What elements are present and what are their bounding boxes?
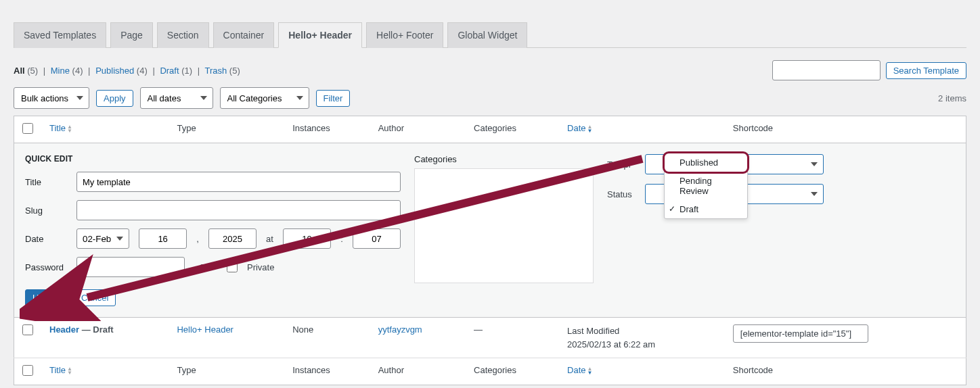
row-date: Last Modified2025/02/13 at 6:22 am — [559, 318, 725, 358]
qe-date-label: Date — [25, 234, 67, 244]
tab-page[interactable]: Page — [110, 22, 153, 48]
row-instances: None — [284, 318, 370, 358]
tab-hello-header[interactable]: Hello+ Header — [278, 22, 362, 48]
qe-password-input[interactable] — [76, 257, 185, 277]
qe-slug-label: Slug — [25, 205, 67, 216]
qe-title-input[interactable] — [76, 172, 401, 192]
qe-categories-box[interactable] — [414, 168, 594, 283]
qe-hour-input[interactable] — [283, 228, 331, 249]
templates-table: Title▲▼ Type Instances Author Categories… — [14, 116, 966, 385]
view-mine[interactable]: Mine — [51, 66, 70, 76]
col-title[interactable]: Title▲▼ — [41, 116, 169, 143]
row-type-link[interactable]: Hello+ Header — [177, 324, 233, 335]
col-date[interactable]: Date▲▼ — [559, 116, 725, 143]
sort-icon: ▲▼ — [587, 125, 593, 133]
qe-slug-input[interactable] — [76, 200, 401, 220]
qe-categories-label: Categories — [414, 154, 594, 164]
cancel-button[interactable]: Cancel — [74, 289, 116, 306]
search-input[interactable] — [772, 60, 881, 80]
sort-icon: ▲▼ — [587, 367, 593, 375]
status-option-published[interactable]: Published — [665, 153, 747, 172]
check-icon: ✓ — [669, 204, 675, 214]
view-draft[interactable]: Draft — [160, 66, 179, 76]
row-author-link[interactable]: yytfayzvgm — [378, 324, 422, 335]
qe-or-label: –OR– — [194, 262, 217, 272]
qe-private-checkbox[interactable] — [227, 262, 238, 272]
qe-minute-input[interactable] — [353, 228, 401, 249]
quick-edit-row: QUICK EDIT Title Slug Date — [14, 143, 966, 318]
qe-year-input[interactable] — [208, 228, 257, 249]
col-instances: Instances — [284, 116, 370, 143]
quick-edit-heading: QUICK EDIT — [25, 154, 401, 164]
sort-icon: ▲▼ — [67, 125, 72, 133]
qe-at-label: at — [266, 234, 273, 244]
qe-month-select[interactable]: 02-Feb — [76, 228, 129, 249]
qe-template-label: Templ — [607, 160, 637, 170]
col-type: Type — [169, 116, 284, 143]
col-categories: Categories — [466, 116, 559, 143]
view-published[interactable]: Published — [95, 66, 134, 76]
col-date-footer[interactable]: Date▲▼ — [559, 358, 725, 385]
tab-global-widget[interactable]: Global Widget — [447, 22, 527, 48]
apply-button[interactable]: Apply — [96, 90, 133, 107]
row-checkbox[interactable] — [22, 324, 33, 335]
status-option-draft[interactable]: ✓Draft — [665, 200, 747, 218]
view-filters: All (5) | Mine (4) | Published (4) | Dra… — [14, 66, 240, 76]
qe-status-label: Status — [607, 189, 637, 199]
row-title-link[interactable]: Header — [49, 324, 79, 335]
view-trash[interactable]: Trash — [204, 66, 227, 76]
tabs-bar: Saved Templates Page Section Container H… — [14, 22, 966, 48]
update-button[interactable]: Update — [25, 289, 68, 306]
select-all-footer-checkbox[interactable] — [22, 365, 33, 376]
row-state: — Draft — [82, 324, 114, 335]
items-count: 2 items — [938, 93, 966, 103]
qe-password-label: Password — [25, 262, 67, 272]
bulk-actions-select[interactable]: Bulk actions — [14, 87, 89, 109]
col-shortcode: Shortcode — [725, 116, 966, 143]
status-dropdown: Published Pending Review ✓Draft — [664, 153, 748, 219]
view-all[interactable]: All — [14, 66, 25, 76]
table-row: Header — Draft Hello+ Header None yytfay… — [14, 318, 966, 358]
dates-select[interactable]: All dates — [140, 87, 213, 109]
col-title-footer[interactable]: Title▲▼ — [41, 358, 169, 385]
qe-title-label: Title — [25, 177, 67, 187]
tab-saved-templates[interactable]: Saved Templates — [14, 22, 106, 48]
select-all-checkbox[interactable] — [22, 123, 33, 134]
col-author: Author — [370, 116, 466, 143]
sort-icon: ▲▼ — [67, 367, 72, 375]
qe-day-input[interactable] — [139, 228, 187, 249]
tab-hello-footer[interactable]: Hello+ Footer — [366, 22, 443, 48]
tab-section[interactable]: Section — [157, 22, 209, 48]
qe-private-label: Private — [247, 262, 274, 272]
filter-button[interactable]: Filter — [316, 90, 351, 107]
status-option-pending[interactable]: Pending Review — [665, 172, 747, 200]
row-shortcode[interactable]: [elementor-template id="15"] — [733, 324, 868, 343]
categories-select[interactable]: All Categories — [220, 87, 309, 109]
search-button[interactable]: Search Template — [886, 62, 966, 79]
row-categories: — — [466, 318, 559, 358]
tab-container[interactable]: Container — [213, 22, 275, 48]
